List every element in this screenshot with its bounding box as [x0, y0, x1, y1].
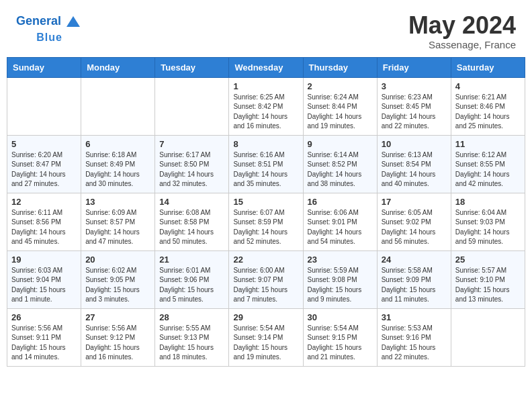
logo-icon — [64, 12, 83, 31]
col-wednesday: Wednesday — [229, 57, 303, 77]
day-number: 16 — [308, 197, 373, 207]
day-info: Sunrise: 5:54 AM Sunset: 9:15 PM Dayligh… — [308, 324, 373, 363]
calendar-cell: 29Sunrise: 5:54 AM Sunset: 9:14 PM Dayli… — [229, 308, 303, 366]
day-info: Sunrise: 5:55 AM Sunset: 9:13 PM Dayligh… — [159, 324, 224, 363]
calendar-cell: 1Sunrise: 6:25 AM Sunset: 8:42 PM Daylig… — [229, 77, 303, 135]
week-row-1: 1Sunrise: 6:25 AM Sunset: 8:42 PM Daylig… — [7, 77, 525, 135]
day-number: 28 — [159, 312, 224, 322]
header-row: Sunday Monday Tuesday Wednesday Thursday… — [7, 57, 525, 77]
day-number: 14 — [159, 197, 224, 207]
col-thursday: Thursday — [303, 57, 377, 77]
calendar-cell: 3Sunrise: 6:23 AM Sunset: 8:45 PM Daylig… — [377, 77, 451, 135]
calendar-cell: 18Sunrise: 6:04 AM Sunset: 9:03 PM Dayli… — [451, 193, 525, 250]
day-info: Sunrise: 6:25 AM Sunset: 8:42 PM Dayligh… — [233, 93, 298, 132]
day-number: 1 — [233, 81, 298, 91]
day-info: Sunrise: 6:02 AM Sunset: 9:05 PM Dayligh… — [85, 266, 150, 305]
calendar-cell: 27Sunrise: 5:56 AM Sunset: 9:12 PM Dayli… — [81, 308, 155, 366]
col-saturday: Saturday — [451, 57, 525, 77]
day-number: 25 — [455, 255, 521, 265]
calendar-cell: 9Sunrise: 6:14 AM Sunset: 8:52 PM Daylig… — [303, 135, 377, 193]
week-row-3: 12Sunrise: 6:11 AM Sunset: 8:56 PM Dayli… — [7, 193, 525, 250]
day-info: Sunrise: 6:21 AM Sunset: 8:46 PM Dayligh… — [455, 93, 521, 132]
calendar-cell: 16Sunrise: 6:06 AM Sunset: 9:01 PM Dayli… — [303, 193, 377, 250]
day-info: Sunrise: 5:58 AM Sunset: 9:09 PM Dayligh… — [382, 266, 447, 305]
calendar-cell: 28Sunrise: 5:55 AM Sunset: 9:13 PM Dayli… — [155, 308, 229, 366]
day-info: Sunrise: 6:07 AM Sunset: 8:59 PM Dayligh… — [233, 208, 298, 247]
calendar-cell — [155, 77, 229, 135]
day-info: Sunrise: 5:57 AM Sunset: 9:10 PM Dayligh… — [455, 266, 521, 305]
day-info: Sunrise: 5:56 AM Sunset: 9:12 PM Dayligh… — [85, 324, 150, 363]
calendar-cell: 2Sunrise: 6:24 AM Sunset: 8:44 PM Daylig… — [303, 77, 377, 135]
calendar-cell: 13Sunrise: 6:09 AM Sunset: 8:57 PM Dayli… — [81, 193, 155, 250]
day-number: 26 — [11, 312, 77, 322]
calendar-table: Sunday Monday Tuesday Wednesday Thursday… — [7, 57, 525, 367]
calendar-cell: 17Sunrise: 6:05 AM Sunset: 9:02 PM Dayli… — [377, 193, 451, 250]
day-info: Sunrise: 6:24 AM Sunset: 8:44 PM Dayligh… — [308, 93, 373, 132]
day-number: 21 — [159, 255, 224, 265]
calendar-wrapper: Sunday Monday Tuesday Wednesday Thursday… — [0, 57, 532, 373]
calendar-cell: 30Sunrise: 5:54 AM Sunset: 9:15 PM Dayli… — [303, 308, 377, 366]
calendar-cell: 7Sunrise: 6:17 AM Sunset: 8:50 PM Daylig… — [155, 135, 229, 193]
calendar-cell: 11Sunrise: 6:12 AM Sunset: 8:55 PM Dayli… — [451, 135, 525, 193]
calendar-cell: 25Sunrise: 5:57 AM Sunset: 9:10 PM Dayli… — [451, 250, 525, 308]
calendar-cell: 24Sunrise: 5:58 AM Sunset: 9:09 PM Dayli… — [377, 250, 451, 308]
calendar-cell: 12Sunrise: 6:11 AM Sunset: 8:56 PM Dayli… — [7, 193, 81, 250]
day-info: Sunrise: 5:54 AM Sunset: 9:14 PM Dayligh… — [233, 324, 298, 363]
day-info: Sunrise: 6:05 AM Sunset: 9:02 PM Dayligh… — [382, 208, 447, 247]
calendar-cell: 5Sunrise: 6:20 AM Sunset: 8:47 PM Daylig… — [7, 135, 81, 193]
calendar-cell — [81, 77, 155, 135]
day-number: 5 — [11, 139, 77, 149]
calendar-cell: 21Sunrise: 6:01 AM Sunset: 9:06 PM Dayli… — [155, 250, 229, 308]
day-info: Sunrise: 6:23 AM Sunset: 8:45 PM Dayligh… — [382, 93, 447, 132]
day-info: Sunrise: 6:18 AM Sunset: 8:49 PM Dayligh… — [85, 150, 150, 189]
day-info: Sunrise: 6:12 AM Sunset: 8:55 PM Dayligh… — [455, 150, 521, 189]
day-info: Sunrise: 6:03 AM Sunset: 9:04 PM Dayligh… — [11, 266, 77, 305]
calendar-cell: 22Sunrise: 6:00 AM Sunset: 9:07 PM Dayli… — [229, 250, 303, 308]
day-info: Sunrise: 6:13 AM Sunset: 8:54 PM Dayligh… — [382, 150, 447, 189]
day-number: 11 — [455, 139, 521, 149]
calendar-cell: 6Sunrise: 6:18 AM Sunset: 8:49 PM Daylig… — [81, 135, 155, 193]
page-header: General Blue May 2024 Sassenage, France — [0, 0, 532, 57]
calendar-cell: 23Sunrise: 5:59 AM Sunset: 9:08 PM Dayli… — [303, 250, 377, 308]
day-number: 7 — [159, 139, 224, 149]
col-monday: Monday — [81, 57, 155, 77]
day-info: Sunrise: 6:09 AM Sunset: 8:57 PM Dayligh… — [85, 208, 150, 247]
calendar-cell — [451, 308, 525, 366]
location-subtitle: Sassenage, France — [408, 39, 516, 50]
day-number: 6 — [85, 139, 150, 149]
day-info: Sunrise: 6:17 AM Sunset: 8:50 PM Dayligh… — [159, 150, 224, 189]
calendar-cell: 15Sunrise: 6:07 AM Sunset: 8:59 PM Dayli… — [229, 193, 303, 250]
day-number: 30 — [308, 312, 373, 322]
day-number: 19 — [11, 255, 77, 265]
logo: General Blue — [16, 12, 83, 44]
day-number: 9 — [308, 139, 373, 149]
calendar-cell: 10Sunrise: 6:13 AM Sunset: 8:54 PM Dayli… — [377, 135, 451, 193]
day-number: 15 — [233, 197, 298, 207]
day-number: 22 — [233, 255, 298, 265]
day-info: Sunrise: 6:08 AM Sunset: 8:58 PM Dayligh… — [159, 208, 224, 247]
day-number: 3 — [382, 81, 447, 91]
day-info: Sunrise: 6:20 AM Sunset: 8:47 PM Dayligh… — [11, 150, 77, 189]
calendar-cell: 14Sunrise: 6:08 AM Sunset: 8:58 PM Dayli… — [155, 193, 229, 250]
day-number: 18 — [455, 197, 521, 207]
title-block: May 2024 Sassenage, France — [408, 12, 516, 50]
calendar-cell — [7, 77, 81, 135]
day-info: Sunrise: 6:11 AM Sunset: 8:56 PM Dayligh… — [11, 208, 77, 247]
day-number: 20 — [85, 255, 150, 265]
day-number: 31 — [382, 312, 447, 322]
day-number: 17 — [382, 197, 447, 207]
calendar-cell: 19Sunrise: 6:03 AM Sunset: 9:04 PM Dayli… — [7, 250, 81, 308]
logo-text: General — [16, 14, 61, 29]
calendar-cell: 8Sunrise: 6:16 AM Sunset: 8:51 PM Daylig… — [229, 135, 303, 193]
month-title: May 2024 — [408, 12, 516, 39]
day-info: Sunrise: 5:56 AM Sunset: 9:11 PM Dayligh… — [11, 324, 77, 363]
calendar-cell: 4Sunrise: 6:21 AM Sunset: 8:46 PM Daylig… — [451, 77, 525, 135]
day-number: 29 — [233, 312, 298, 322]
calendar-cell: 20Sunrise: 6:02 AM Sunset: 9:05 PM Dayli… — [81, 250, 155, 308]
week-row-2: 5Sunrise: 6:20 AM Sunset: 8:47 PM Daylig… — [7, 135, 525, 193]
day-number: 8 — [233, 139, 298, 149]
day-number: 4 — [455, 81, 521, 91]
svg-marker-1 — [71, 21, 76, 27]
day-number: 23 — [308, 255, 373, 265]
day-info: Sunrise: 5:53 AM Sunset: 9:16 PM Dayligh… — [382, 324, 447, 363]
